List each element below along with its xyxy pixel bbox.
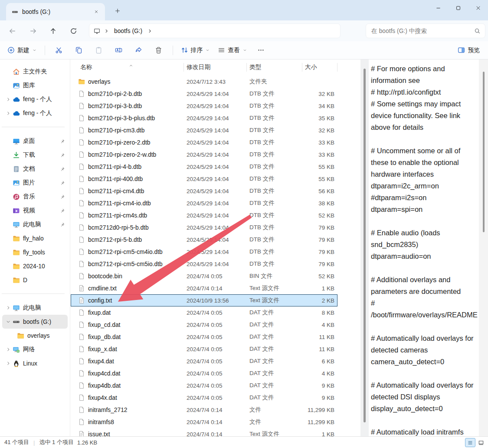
rename-button[interactable] [109, 43, 129, 58]
sidebar-item-network[interactable]: 网络 [2, 343, 68, 356]
file-row[interactable]: fixup4x.dat2024/7/4 0:05DAT 文件9 KB [71, 392, 337, 404]
file-row[interactable]: fixup.dat2024/7/4 0:05DAT 文件8 KB [71, 306, 337, 319]
sidebar-item-bootfs-g[interactable]: bootfs (G:) [2, 315, 68, 329]
sidebar-item-fly-tools[interactable]: fly_tools [2, 245, 68, 259]
file-row[interactable]: cmdline.txt2024/7/4 0:14Text 源文件1 KB [71, 282, 337, 294]
file-row[interactable]: bcm2711-rpi-cm4.dtb2024/5/29 14:04DTB 文件… [71, 185, 337, 197]
chevron-down-icon[interactable] [4, 318, 13, 325]
preview-toggle-button[interactable]: 预览 [454, 43, 484, 58]
back-button[interactable] [4, 23, 20, 39]
details-view-button[interactable] [465, 438, 475, 447]
new-tab-button[interactable] [112, 6, 123, 16]
preview-scrollbar[interactable] [479, 59, 488, 436]
file-row[interactable]: issue.txt2024/7/4 0:14Text 源文件1 KB [71, 428, 337, 436]
file-date: 2024/7/4 0:14 [184, 419, 247, 425]
file-row[interactable]: bcm2711-rpi-cm4s.dtb2024/5/29 14:04DTB 文… [71, 209, 337, 221]
minimize-button[interactable] [428, 0, 448, 16]
breadcrumb-drive[interactable]: bootfs (G:) [114, 28, 142, 34]
file-row[interactable]: bcm2710-rpi-2-b.dtb2024/5/29 14:04DTB 文件… [71, 88, 337, 100]
chevron-right-icon[interactable] [4, 110, 13, 117]
sidebar-item-videos[interactable]: 视频 [2, 204, 68, 217]
file-row[interactable]: fixup4.dat2024/7/4 0:05DAT 文件6 KB [71, 355, 337, 367]
sidebar-item-overlays[interactable]: overlays [2, 329, 68, 343]
file-row[interactable]: bcm2710-rpi-zero-2.dtb2024/5/29 14:04DTB… [71, 136, 337, 148]
file-row[interactable]: fixup_cd.dat2024/7/4 0:05DAT 文件4 KB [71, 319, 337, 331]
view-button[interactable]: 查看 [214, 43, 251, 58]
sidebar-item-onedrive-personal-2[interactable]: feng - 个人 [2, 106, 68, 120]
file-name: bcm2710-rpi-zero-2.dtb [88, 139, 150, 146]
chevron-right-icon[interactable] [4, 304, 13, 311]
large-icons-view-button[interactable] [476, 438, 486, 447]
file-row[interactable]: fixup_x.dat2024/7/4 0:05DAT 文件11 KB [71, 343, 337, 355]
sidebar-item-home[interactable]: 主文件夹 [2, 65, 68, 79]
filelist-scrollbar-thumb[interactable] [364, 69, 366, 422]
file-row[interactable]: initramfs82024/7/4 0:14文件11,299 KB [71, 416, 337, 428]
file-row[interactable]: initramfs_27122024/7/4 0:14文件11,299 KB [71, 404, 337, 416]
sidebar-item-d[interactable]: D [2, 273, 68, 287]
sidebar-item-gallery[interactable]: 图库 [2, 79, 68, 92]
maximize-button[interactable] [448, 0, 468, 16]
drive-icon [13, 318, 23, 326]
column-header-date[interactable]: 修改日期 [184, 63, 247, 72]
sort-button[interactable]: 排序 [177, 43, 214, 58]
file-row[interactable]: bootcode.bin2024/7/4 0:05BIN 文件52 KB [71, 270, 337, 282]
file-row[interactable]: bcm2711-rpi-400.dtb2024/5/29 14:04DTB 文件… [71, 173, 337, 185]
chevron-right-icon[interactable] [4, 360, 13, 367]
file-row[interactable]: bcm2710-rpi-3-b.dtb2024/5/29 14:04DTB 文件… [71, 100, 337, 112]
file-row[interactable]: bcm2712-rpi-5-b.dtb2024/5/29 14:04DTB 文件… [71, 234, 337, 246]
sidebar-item-thispc[interactable]: 此电脑 [2, 301, 68, 315]
file-row[interactable]: overlays2024/7/12 3:43文件夹 [71, 76, 337, 88]
chevron-right-icon[interactable] [4, 96, 13, 103]
file-icon [78, 127, 85, 134]
sidebar-item-fly-halo[interactable]: fly_halo [2, 231, 68, 245]
column-header-size[interactable]: 大小 [302, 63, 337, 72]
file-type: 文件 [247, 418, 302, 426]
file-row[interactable]: bcm2710-rpi-cm3.dtb2024/5/29 14:04DTB 文件… [71, 124, 337, 136]
tab-close-icon[interactable] [91, 7, 102, 17]
sidebar-item-desktop[interactable]: 桌面 [2, 134, 68, 148]
sidebar-item-2024-10[interactable]: 2024-10 [2, 259, 68, 273]
column-header-type[interactable]: 类型 [247, 63, 302, 72]
file-row[interactable]: bcm2712-rpi-cm5-cm4io.dtb2024/5/29 14:04… [71, 246, 337, 258]
refresh-button[interactable] [66, 23, 81, 39]
sidebar-item-thispc-pinned[interactable]: 此电脑 [2, 217, 68, 231]
more-options-button[interactable] [251, 43, 271, 58]
file-row[interactable]: bcm2712d0-rpi-5-b.dtb2024/5/29 14:04DTB … [71, 221, 337, 234]
file-row[interactable]: bcm2711-rpi-4-b.dtb2024/5/29 14:04DTB 文件… [71, 161, 337, 173]
file-icon [78, 406, 85, 413]
address-bar[interactable]: bootfs (G:) [89, 23, 341, 38]
up-button[interactable] [45, 23, 61, 39]
copy-button[interactable] [69, 43, 89, 58]
file-row[interactable]: bcm2712-rpi-cm5-cm5io.dtb2024/5/29 14:04… [71, 258, 337, 270]
paste-button[interactable] [89, 43, 109, 58]
close-button[interactable] [468, 0, 488, 16]
file-row[interactable]: fixup4db.dat2024/7/4 0:05DAT 文件9 KB [71, 379, 337, 392]
sidebar-item-documents[interactable]: 文档 [2, 162, 68, 176]
tab-bootfs[interactable]: bootfs (G:) [6, 3, 105, 20]
filelist-scrollbar[interactable] [360, 59, 369, 436]
chevron-right-icon[interactable] [4, 346, 13, 353]
file-row[interactable]: bcm2710-rpi-3-b-plus.dtb2024/5/29 14:04D… [71, 112, 337, 124]
file-row[interactable]: bcm2710-rpi-zero-2-w.dtb2024/5/29 14:04D… [71, 148, 337, 161]
column-header-name[interactable]: 名称 [71, 63, 184, 72]
cut-button[interactable] [49, 43, 69, 58]
forward-button[interactable] [25, 23, 41, 39]
file-name: bcm2710-rpi-3-b-plus.dtb [88, 115, 155, 122]
file-row[interactable]: bcm2711-rpi-cm4-io.dtb2024/5/29 14:04DTB… [71, 197, 337, 209]
sidebar-item-label: 此电脑 [23, 221, 59, 228]
delete-button[interactable] [149, 43, 169, 58]
search-input[interactable] [370, 27, 474, 35]
search-box[interactable] [366, 23, 485, 38]
sidebar-item-linux[interactable]: Linux [2, 356, 68, 370]
sidebar-item-pictures[interactable]: 图片 [2, 176, 68, 190]
file-row[interactable]: fixup4cd.dat2024/7/4 0:05DAT 文件4 KB [71, 367, 337, 379]
sidebar-item-music[interactable]: 音乐 [2, 190, 68, 204]
preview-scrollbar-thumb[interactable] [483, 72, 485, 232]
sidebar-item-onedrive-personal-1[interactable]: feng - 个人 [2, 92, 68, 106]
chevron-spacer [4, 235, 13, 242]
share-button[interactable] [129, 43, 149, 58]
sidebar-item-downloads[interactable]: 下载 [2, 148, 68, 162]
file-row[interactable]: fixup_db.dat2024/7/4 0:05DAT 文件11 KB [71, 331, 337, 343]
file-row[interactable]: config.txt2024/10/9 13:56Text 源文件2 KB [71, 294, 337, 306]
new-button[interactable]: 新建 [3, 43, 41, 58]
